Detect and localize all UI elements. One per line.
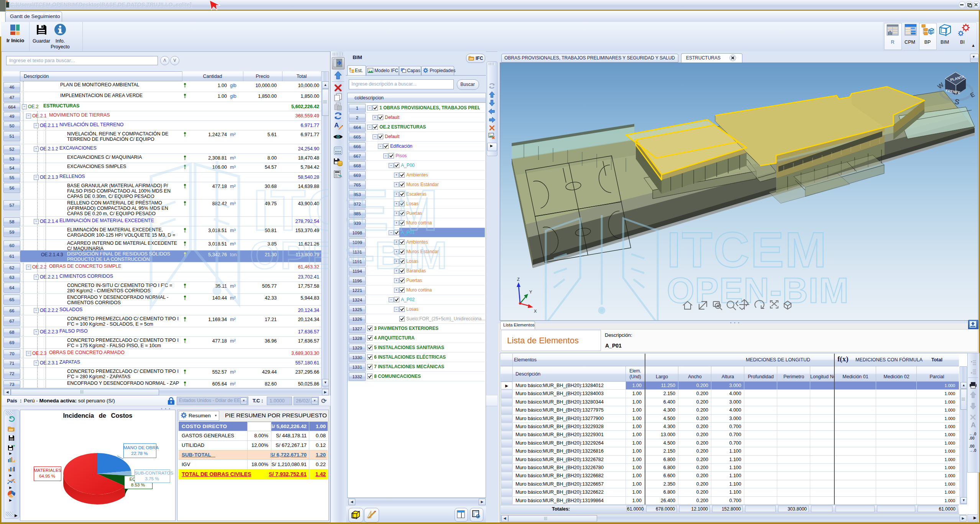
svg-text:Z: Z bbox=[517, 277, 520, 282]
svg-text:ITCEM: ITCEM bbox=[667, 222, 827, 278]
svg-text:Y: Y bbox=[529, 290, 532, 294]
svg-text:X: X bbox=[534, 309, 537, 313]
svg-text:OPEN-BIM: OPEN-BIM bbox=[667, 271, 849, 310]
